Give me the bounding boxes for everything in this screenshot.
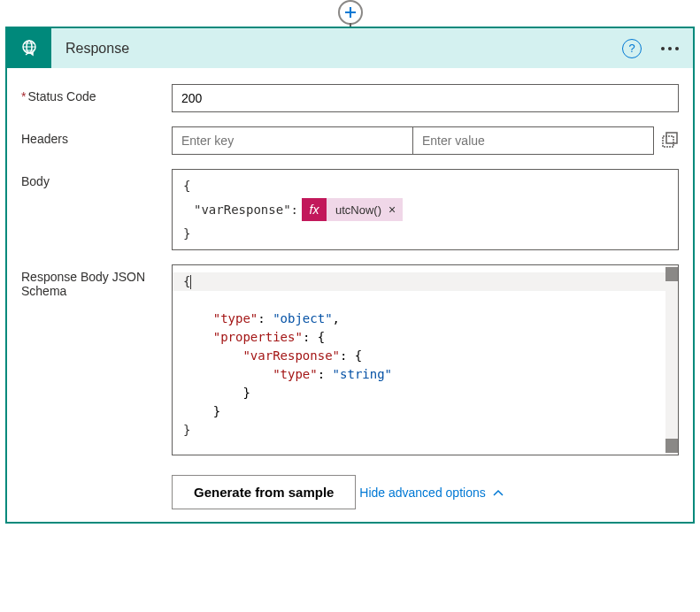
expression-token[interactable]: fx utcNow() × — [302, 198, 403, 221]
body-input[interactable]: { "varResponse": fx utcNow() × } — [172, 169, 679, 250]
required-asterisk: * — [21, 89, 26, 103]
scrollbar-thumb-top[interactable] — [665, 267, 678, 281]
fx-icon: fx — [302, 198, 327, 221]
scrollbar-track — [665, 265, 678, 455]
header-key-input[interactable] — [172, 126, 412, 155]
schema-editor[interactable]: { "type": "object", "properties": { "var… — [172, 264, 679, 455]
chevron-up-icon — [493, 489, 504, 496]
more-menu-button[interactable] — [658, 43, 682, 54]
plus-icon — [343, 5, 358, 19]
schema-label: Response Body JSON Schema — [21, 264, 172, 298]
status-code-input[interactable] — [172, 84, 679, 112]
svg-rect-3 — [666, 133, 677, 143]
help-icon[interactable]: ? — [622, 39, 642, 58]
card-header[interactable]: Response ? — [7, 28, 693, 68]
body-label: Body — [21, 169, 172, 188]
header-value-input[interactable] — [412, 126, 654, 155]
scrollbar-thumb-bottom[interactable] — [665, 439, 678, 453]
response-card: Response ? *Status Code Headers — [5, 27, 695, 524]
token-label: utcNow() — [335, 203, 381, 217]
add-step-button[interactable] — [338, 0, 363, 25]
headers-label: Headers — [21, 126, 172, 146]
token-remove-icon[interactable]: × — [388, 203, 396, 217]
dynamic-content-picker-icon[interactable] — [661, 132, 679, 149]
hide-advanced-link[interactable]: Hide advanced options — [359, 486, 503, 500]
card-title: Response — [51, 41, 622, 57]
status-code-label: *Status Code — [21, 84, 172, 103]
svg-rect-2 — [663, 136, 673, 147]
response-icon — [7, 28, 51, 68]
generate-from-sample-button[interactable]: Generate from sample — [172, 475, 356, 509]
